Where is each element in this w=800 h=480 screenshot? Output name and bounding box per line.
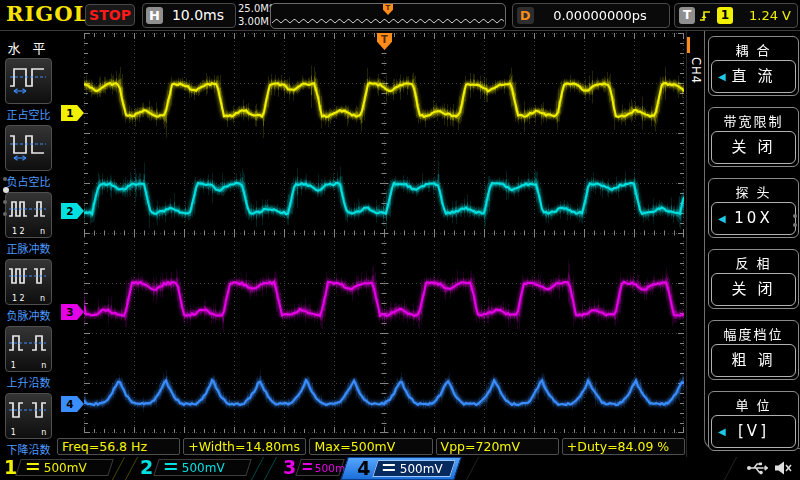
usb-icon xyxy=(746,460,768,480)
horizontal-timebase[interactable]: H 10.0ms xyxy=(142,3,236,28)
falling-edge-count-icon: 1 n xyxy=(5,393,52,439)
measurement-vpp: Vpp=720mV xyxy=(436,438,559,455)
menu-group-volts-scale-mode: 幅度档位 ◀粗 调 xyxy=(708,320,799,380)
measurement-pwidth: +Width=14.80ms xyxy=(183,438,306,455)
dc-coupling-icon xyxy=(383,464,395,474)
channel-2-number[interactable]: 2 xyxy=(140,456,153,478)
menu-item-negative-pulse-count[interactable]: 1 2 n 负脉冲数 xyxy=(5,259,52,323)
channel-3-offset-marker[interactable]: 3 xyxy=(61,304,84,320)
bandwidth-limit-button[interactable]: ◀关 闭 xyxy=(711,131,796,164)
negative-duty-cycle-icon xyxy=(5,125,52,171)
delay-icon: D xyxy=(517,7,534,24)
menu-group-bandwidth-limit: 带宽限制 ◀关 闭 xyxy=(708,107,799,167)
graticule-and-traces xyxy=(84,33,684,433)
menu-item-positive-duty-cycle[interactable]: 正占空比 xyxy=(5,58,52,122)
rising-edge-icon xyxy=(699,8,714,27)
channel-1-offset-marker[interactable]: 1 xyxy=(61,105,84,121)
negative-pulse-count-icon: 1 2 n xyxy=(5,259,52,305)
channel-separator xyxy=(112,457,138,480)
dc-coupling-icon xyxy=(27,463,39,473)
trigger-source-badge: 1 xyxy=(717,7,733,24)
channel-4-scale: 500mV xyxy=(372,460,456,477)
measurement-pduty: +Duty=84.09 % xyxy=(562,438,685,455)
page-dot xyxy=(3,200,7,204)
measurement-bar: Freq=56.8 Hz +Width=14.80ms Max=500mV Vp… xyxy=(57,438,685,455)
page-dot xyxy=(3,177,7,181)
top-status-bar: RIGOL STOP H 10.0ms 25.0MSa/s 3.00M pts … xyxy=(0,0,800,31)
left-arrow-icon: ◀ xyxy=(718,203,726,234)
menu-group-unit: 单 位 ◀[V] xyxy=(708,391,799,451)
menu-accent-bar xyxy=(687,37,690,53)
dc-coupling-icon xyxy=(165,463,177,473)
menu-item-positive-pulse-count[interactable]: 1 2 n 正脉冲数 xyxy=(5,192,52,256)
left-arrow-icon: ◀ xyxy=(718,416,726,447)
rigol-logo: RIGOL xyxy=(6,1,89,26)
timebase-value: 10.0ms xyxy=(165,4,231,27)
probe-button[interactable]: ◀10X xyxy=(711,202,796,235)
left-menu-title: 水 平 xyxy=(0,38,57,57)
channel-3-scale[interactable]: 500mV xyxy=(295,459,345,476)
menu-group-probe: 探 头 ◀10X xyxy=(708,178,799,238)
left-arrow-icon: ◀ xyxy=(718,61,726,92)
channel-2-offset-marker[interactable]: 2 xyxy=(61,203,84,219)
page-dot xyxy=(3,212,7,216)
menu-item-falling-edge-count[interactable]: 1 n 下降沿数 xyxy=(5,393,52,457)
channel-setup-menu: CH4 耦 合 ◀直 流 带宽限制 ◀关 闭 探 头 ◀10X 反 相 ◀关 闭… xyxy=(686,31,800,457)
channel-4-offset-marker[interactable]: 4 xyxy=(61,396,84,412)
channel-separator xyxy=(251,457,277,480)
page-dot-active xyxy=(3,187,9,193)
horizontal-icon: H xyxy=(146,7,163,24)
positive-pulse-count-icon: 1 2 n xyxy=(5,192,52,238)
channel-3-number[interactable]: 3 xyxy=(283,456,296,478)
dc-coupling-icon xyxy=(303,463,312,473)
waveform-display: T 1 2 3 4 xyxy=(57,31,686,438)
oscilloscope-screen: RIGOL STOP H 10.0ms 25.0MSa/s 3.00M pts … xyxy=(0,0,800,480)
unit-button[interactable]: ◀[V] xyxy=(711,415,796,448)
left-measure-menu: 水 平 正占空比 负占空比 1 2 n 正脉冲数 1 2 n 负脉冲数 1 n … xyxy=(0,31,57,457)
menu-page-dot xyxy=(793,223,797,227)
positive-duty-cycle-icon xyxy=(5,58,52,104)
trigger-level-value: 1.24 V xyxy=(749,4,791,27)
volts-scale-mode-button[interactable]: ◀粗 调 xyxy=(711,344,796,377)
menu-group-invert: 反 相 ◀关 闭 xyxy=(708,249,799,309)
trigger-info[interactable]: T 1 1.24 V xyxy=(674,3,798,28)
channel-1-scale[interactable]: 500mV xyxy=(15,459,114,476)
channel-status-bar: 1 500mV 2 500mV 3 500mV 4 500mV xyxy=(0,457,800,480)
run-state-badge: STOP xyxy=(85,4,135,26)
waveform-preview[interactable]: T xyxy=(270,3,506,29)
menu-item-negative-duty-cycle[interactable]: 负占空比 xyxy=(5,125,52,189)
menu-item-rising-edge-count[interactable]: 1 n 上升沿数 xyxy=(5,326,52,390)
channel-2-scale[interactable]: 500mV xyxy=(153,459,252,476)
delay-value: 0.00000000ps xyxy=(537,4,663,27)
invert-button[interactable]: ◀关 闭 xyxy=(711,273,796,306)
measurement-freq: Freq=56.8 Hz xyxy=(57,438,180,455)
measurement-max: Max=500mV xyxy=(309,438,432,455)
channel-separator xyxy=(466,457,491,480)
menu-page-dot xyxy=(793,214,797,218)
rising-edge-count-icon: 1 n xyxy=(5,326,52,372)
trigger-icon: T xyxy=(679,7,695,24)
channel-tab-label: CH4 xyxy=(689,57,703,84)
channel-4-number: 4 xyxy=(357,457,370,479)
coupling-button[interactable]: ◀直 流 xyxy=(711,60,796,93)
menu-group-coupling: 耦 合 ◀直 流 xyxy=(708,36,799,96)
trigger-delay[interactable]: D 0.00000000ps xyxy=(512,3,670,28)
speaker-muted-icon xyxy=(774,460,792,480)
channel-4-selected-cell[interactable]: 4 500mV xyxy=(340,457,461,480)
